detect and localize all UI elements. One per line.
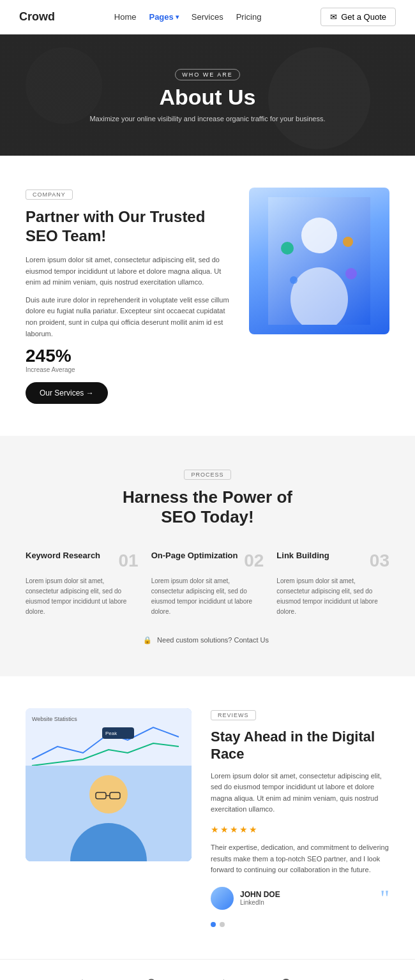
quote-mark-icon: " xyxy=(380,885,389,912)
nav-services[interactable]: Services xyxy=(192,12,223,22)
reviews-heading: Stay Ahead in the Digital Race xyxy=(211,728,389,763)
reviews-para: Lorem ipsum dolor sit amet, consectetur … xyxy=(211,771,389,815)
stat-number: 245% xyxy=(26,346,230,366)
dot-1[interactable] xyxy=(211,922,216,927)
chevron-down-icon: ▾ xyxy=(176,13,179,20)
process-item-1: Keyword Research 01 Lorem ipsum dolor si… xyxy=(26,551,139,617)
hero-section: WHO WE ARE About Us Maximize your online… xyxy=(0,34,415,156)
stat-label: Increase Average xyxy=(26,366,230,373)
process-text-3: Lorem ipsum dolor sit amet, consectetur … xyxy=(276,576,389,617)
svg-text:Peak: Peak xyxy=(105,731,117,736)
process-item-3: Link Building 03 Lorem ipsum dolor sit a… xyxy=(276,551,389,617)
star-rating: ★★★★★ xyxy=(211,824,389,835)
process-title-1: Keyword Research xyxy=(26,551,100,560)
our-services-button[interactable]: Our Services → xyxy=(26,382,108,404)
process-num-2: 02 xyxy=(244,551,264,571)
svg-point-5 xyxy=(290,276,298,284)
process-num-1: 01 xyxy=(119,551,139,571)
nav-pages[interactable]: Pages▾ xyxy=(149,12,178,22)
reviewer-name: JOHN DOE xyxy=(240,890,280,899)
reviews-image: Website Statistics Peak xyxy=(26,708,192,861)
hero-title: About Us xyxy=(89,85,325,109)
reviewer: JOHN DOE LinkedIn " xyxy=(211,885,389,912)
reviews-section: Website Statistics Peak xyxy=(0,676,415,959)
process-section: PROCESS Harness the Power ofSEO Today! K… xyxy=(0,436,415,676)
svg-text:Website Statistics: Website Statistics xyxy=(32,716,77,722)
reviewer-title: LinkedIn xyxy=(240,899,280,906)
company-badge: COMPANY xyxy=(26,189,73,200)
process-title-2: On-Page Optimization xyxy=(151,551,238,560)
svg-point-6 xyxy=(345,268,357,279)
process-text-1: Lorem ipsum dolor sit amet, consectetur … xyxy=(26,576,139,617)
process-item-2: On-Page Optimization 02 Lorem ipsum dolo… xyxy=(151,551,264,617)
company-section: COMPANY Partner with Our Trusted SEO Tea… xyxy=(0,156,415,436)
navbar: Crowd Home Pages▾ Services Pricing ✉ Get… xyxy=(0,0,415,34)
review-quote: Their expertise, dedication, and commitm… xyxy=(211,842,389,876)
process-heading: Harness the Power ofSEO Today! xyxy=(26,487,389,527)
process-cta: 🔒 Need custom solutions? Contact Us xyxy=(26,636,389,644)
company-heading: Partner with Our Trusted SEO Team! xyxy=(26,207,230,246)
nav-links: Home Pages▾ Services Pricing xyxy=(114,12,262,22)
svg-point-4 xyxy=(343,237,353,247)
nav-pricing[interactable]: Pricing xyxy=(236,12,262,22)
process-grid: Keyword Research 01 Lorem ipsum dolor si… xyxy=(26,551,389,617)
nav-home[interactable]: Home xyxy=(114,12,137,22)
reviews-right: REVIEWS Stay Ahead in the Digital Race L… xyxy=(211,708,389,927)
company-left: COMPANY Partner with Our Trusted SEO Tea… xyxy=(26,188,230,404)
hero-subtitle: Maximize your online visibility and incr… xyxy=(89,115,325,122)
get-quote-button[interactable]: ✉ Get a Quote xyxy=(321,8,396,26)
dot-2[interactable] xyxy=(220,922,225,927)
email-icon: ✉ xyxy=(330,12,337,22)
company-para1: Lorem ipsum dolor sit amet, consectetur … xyxy=(26,255,230,288)
logo: Crowd xyxy=(19,10,55,24)
company-photo xyxy=(249,188,389,334)
collage-person xyxy=(26,766,192,861)
hero-badge: WHO WE ARE xyxy=(175,69,240,80)
process-badge: PROCESS xyxy=(184,470,230,480)
reviewer-avatar xyxy=(211,887,234,910)
svg-point-1 xyxy=(301,218,337,253)
pagination-dots xyxy=(211,922,389,927)
trusted-section: Trusted by logoipsum ® L logoipsum ® Log… xyxy=(0,959,415,980)
process-num-3: 03 xyxy=(370,551,389,571)
process-text-2: Lorem ipsum dolor sit amet, consectetur … xyxy=(151,576,264,617)
lock-icon: 🔒 xyxy=(143,636,152,644)
company-image xyxy=(249,188,389,334)
svg-point-3 xyxy=(281,242,294,255)
company-para2: Duis aute irure dolor in reprehenderit i… xyxy=(26,295,230,339)
svg-point-12 xyxy=(89,775,128,813)
reviews-badge: REVIEWS xyxy=(211,710,256,720)
process-title-3: Link Building xyxy=(276,551,329,560)
